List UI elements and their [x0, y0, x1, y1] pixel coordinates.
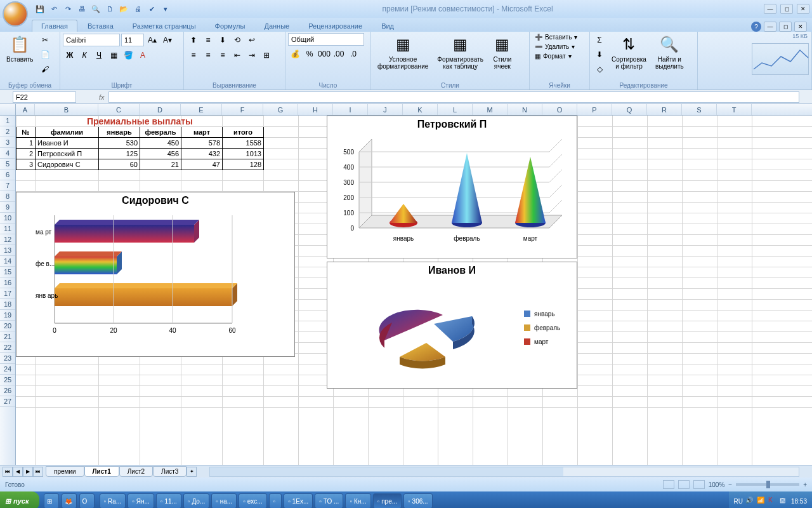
- row-header[interactable]: 22: [0, 342, 15, 353]
- row-header[interactable]: 11: [0, 224, 15, 234]
- sheet-nav-next[interactable]: ▶: [23, 467, 33, 477]
- format-painter-icon[interactable]: 🖌: [38, 62, 52, 76]
- cell-styles-button[interactable]: ▦ Стили ячеек: [488, 33, 516, 71]
- percent-icon[interactable]: %: [303, 47, 317, 61]
- indent-inc-icon[interactable]: ⇥: [245, 48, 259, 62]
- indent-dec-icon[interactable]: ⇤: [230, 48, 244, 62]
- column-header[interactable]: C: [98, 104, 140, 115]
- spell-icon[interactable]: ✔: [146, 3, 157, 15]
- sheet-nav-prev[interactable]: ◀: [13, 467, 23, 477]
- format-cells-button[interactable]: ▦Формат ▾: [532, 52, 574, 60]
- paste-button[interactable]: 📋 Вставить: [3, 33, 37, 64]
- row-header[interactable]: 10: [0, 213, 15, 224]
- currency-icon[interactable]: 💰: [288, 47, 302, 61]
- row-header[interactable]: 23: [0, 353, 15, 364]
- taskbar-item[interactable]: ▫Ra...: [100, 493, 126, 508]
- row-header[interactable]: 15: [0, 267, 15, 277]
- column-header[interactable]: Q: [612, 104, 647, 115]
- fx-icon[interactable]: fx: [99, 93, 105, 101]
- undo-icon[interactable]: ↶: [48, 3, 60, 15]
- grow-font-icon[interactable]: A▴: [145, 33, 159, 47]
- tab-review[interactable]: Рецензирование: [299, 20, 371, 32]
- taskbar-item[interactable]: ▫1Ex...: [284, 493, 313, 508]
- tab-formulas[interactable]: Формулы: [206, 20, 254, 32]
- doc-restore-button[interactable]: ◻: [779, 22, 792, 32]
- insert-cells-button[interactable]: ➕Вставить ▾: [532, 33, 580, 41]
- column-header[interactable]: O: [542, 104, 577, 115]
- quicklaunch-icon[interactable]: O: [79, 493, 95, 508]
- tray-icon[interactable]: K: [768, 497, 777, 505]
- taskbar-item[interactable]: ▫на...: [211, 493, 237, 508]
- row-header[interactable]: 24: [0, 364, 15, 375]
- italic-button[interactable]: К: [77, 48, 91, 62]
- view-normal-icon[interactable]: [663, 480, 674, 489]
- align-top-icon[interactable]: ⬆: [187, 33, 200, 47]
- row-header[interactable]: 21: [0, 331, 15, 342]
- column-header[interactable]: R: [647, 104, 682, 115]
- view-pagebreak-icon[interactable]: [693, 480, 705, 489]
- row-header[interactable]: 3: [0, 137, 15, 148]
- font-color-icon[interactable]: A: [136, 48, 150, 62]
- taskbar-item[interactable]: ▫До...: [183, 493, 209, 508]
- column-header[interactable]: F: [222, 104, 263, 115]
- row-header[interactable]: 20: [0, 321, 15, 331]
- align-right-icon[interactable]: ≡: [216, 48, 230, 62]
- tab-data[interactable]: Данные: [255, 20, 298, 32]
- underline-button[interactable]: Ч: [92, 48, 106, 62]
- chart-petrovsky[interactable]: Петровский П: [327, 116, 577, 258]
- row-header[interactable]: 8: [0, 191, 15, 202]
- row-header[interactable]: 25: [0, 375, 15, 385]
- sheet-tab[interactable]: Лист2: [119, 466, 153, 477]
- formula-input[interactable]: [108, 91, 799, 103]
- row-header[interactable]: 2: [0, 126, 15, 137]
- taskbar-item[interactable]: ▫11...: [156, 493, 181, 508]
- close-button[interactable]: ✕: [797, 4, 809, 14]
- column-header[interactable]: G: [263, 104, 298, 115]
- new-icon[interactable]: 🗋: [104, 3, 115, 15]
- increase-decimal-icon[interactable]: .00: [332, 47, 346, 61]
- row-header[interactable]: 7: [0, 180, 15, 191]
- column-header[interactable]: J: [368, 104, 403, 115]
- sheet-tab[interactable]: Лист1: [84, 466, 119, 477]
- sheet-nav-first[interactable]: ⏮: [3, 467, 13, 477]
- merge-icon[interactable]: ⊞: [259, 48, 273, 62]
- maximize-button[interactable]: ◻: [780, 4, 793, 14]
- new-sheet-button[interactable]: ✦: [187, 467, 197, 477]
- row-header[interactable]: 14: [0, 256, 15, 267]
- row-header[interactable]: 19: [0, 310, 15, 321]
- taskbar-item[interactable]: ▫пре...: [373, 493, 402, 508]
- font-size-combo[interactable]: 11: [121, 34, 144, 46]
- decrease-decimal-icon[interactable]: .0: [346, 47, 360, 61]
- align-middle-icon[interactable]: ≡: [201, 33, 215, 47]
- qat-dropdown-icon[interactable]: ▾: [160, 3, 171, 15]
- copy-icon[interactable]: 📄: [38, 48, 52, 62]
- fill-icon[interactable]: ⬇: [593, 48, 606, 62]
- taskbar-item[interactable]: ▫exc...: [239, 493, 266, 508]
- row-header[interactable]: 27: [0, 396, 15, 407]
- tray-icon[interactable]: 📶: [757, 497, 766, 505]
- chart-ivanov[interactable]: Иванов И: [327, 262, 577, 389]
- taskbar-item[interactable]: ▫306...: [403, 493, 433, 508]
- autosum-icon[interactable]: Σ: [593, 33, 606, 47]
- row-header[interactable]: 13: [0, 245, 15, 256]
- column-header[interactable]: N: [508, 104, 542, 115]
- spreadsheet-grid[interactable]: ABCDEFGHIJKLMNOPQRST 1234567891011121314…: [0, 104, 812, 465]
- row-header[interactable]: 6: [0, 170, 15, 180]
- redo-icon[interactable]: ↷: [62, 3, 74, 15]
- sheet-tab[interactable]: премии: [46, 466, 84, 477]
- doc-minimize-button[interactable]: —: [764, 22, 776, 32]
- number-format-combo[interactable]: Общий: [288, 33, 364, 46]
- taskbar-item[interactable]: ▫Ян...: [128, 493, 154, 508]
- taskbar-item[interactable]: ▫: [269, 493, 282, 508]
- tab-insert[interactable]: Вставка: [79, 20, 122, 32]
- name-box[interactable]: F22: [13, 91, 76, 103]
- column-header[interactable]: P: [577, 104, 612, 115]
- column-header[interactable]: L: [438, 104, 473, 115]
- column-header[interactable]: D: [140, 104, 181, 115]
- column-header[interactable]: H: [298, 104, 333, 115]
- row-header[interactable]: 16: [0, 277, 15, 288]
- taskbar-item[interactable]: ▫Кн...: [345, 493, 370, 508]
- wrap-text-icon[interactable]: ↩: [245, 33, 259, 47]
- cut-icon[interactable]: ✂: [38, 33, 52, 47]
- sort-filter-button[interactable]: ⇅ Сортировка и фильтр: [608, 33, 650, 71]
